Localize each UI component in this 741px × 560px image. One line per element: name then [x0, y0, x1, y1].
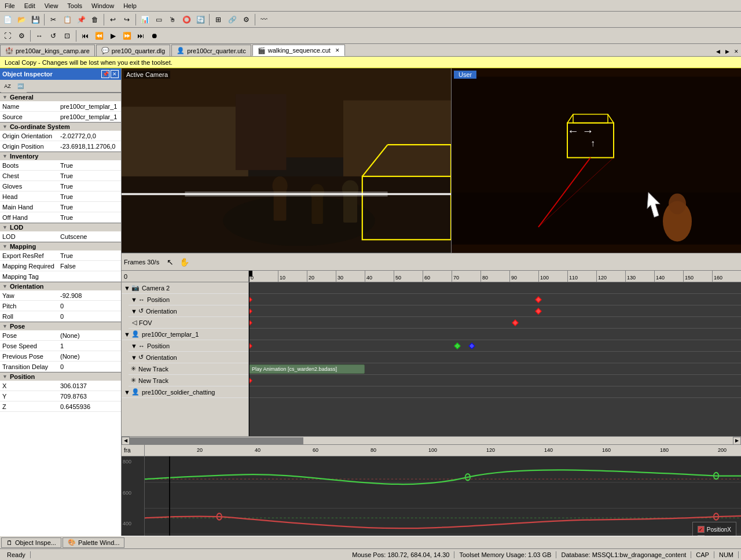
tab-walking-sequence[interactable]: 🎬 walking_sequence.cut ✕: [252, 45, 345, 56]
tab-nav-right[interactable]: ▶: [722, 47, 732, 56]
tab-close-icon[interactable]: ✕: [335, 47, 340, 53]
prop-lod-value[interactable]: Cutscene: [58, 231, 121, 241]
prop-prev-pose-value[interactable]: (None): [58, 351, 121, 361]
rotate-btn[interactable]: 🔄: [194, 13, 207, 26]
anim-block-1[interactable]: Play Animation [cs_warden2.badass]: [249, 364, 365, 374]
panel-pin[interactable]: 📌: [101, 70, 109, 78]
tab-quarter-utc[interactable]: 👤 pre100cr_quarter.utc: [171, 45, 251, 56]
ruler-marks[interactable]: 0 10 20 30 40 50 60 70 80 90 100 110 120…: [249, 271, 741, 282]
play-tools-1[interactable]: ⛶: [1, 30, 14, 42]
chart-btn[interactable]: 📊: [138, 13, 151, 26]
prop-trans-delay-value[interactable]: 0: [58, 362, 121, 371]
prop-name-value[interactable]: pre100cr_templar_1: [58, 101, 121, 111]
tab-kings-camp[interactable]: 🏰 pre100ar_kings_camp.are: [0, 45, 95, 56]
panel-close[interactable]: ✕: [111, 70, 119, 78]
rotate-tool[interactable]: ↺: [47, 30, 60, 42]
prop-x-value[interactable]: 306.0137: [58, 381, 121, 390]
prop-gloves-value[interactable]: True: [58, 181, 121, 191]
inspector-sort-name[interactable]: AZ: [1, 80, 14, 93]
menu-view[interactable]: View: [40, 1, 63, 10]
prop-yaw-value[interactable]: -92.908: [58, 290, 121, 300]
kf-cam-fov-92[interactable]: [512, 319, 518, 326]
track-tpos-expand[interactable]: ▼: [131, 342, 137, 349]
track-camera2[interactable]: ▼ 📷 Camera 2: [122, 282, 248, 294]
hand-tool[interactable]: ✋: [178, 256, 190, 268]
kf-cam-or-100[interactable]: [535, 308, 541, 314]
track-torient-expand[interactable]: ▼: [131, 354, 137, 361]
prop-source-value[interactable]: pre100cr_templar_1: [58, 112, 121, 121]
viewport-active[interactable]: Active Camera: [122, 68, 452, 253]
section-coordinate-expand[interactable]: ▼: [2, 124, 8, 130]
prop-offhand-value[interactable]: True: [58, 212, 121, 222]
kf-cam-pos-100[interactable]: [535, 296, 541, 303]
scroll-left-btn[interactable]: ◀: [122, 437, 130, 445]
prop-y-value[interactable]: 709.8763: [58, 391, 121, 401]
track-new-track-1[interactable]: ✳ New Track: [129, 363, 248, 375]
cut-btn[interactable]: ✂: [47, 13, 60, 26]
inspector-sort-type[interactable]: 🔤: [14, 80, 27, 93]
track-templar-position[interactable]: ▼ ↔ Position: [129, 340, 248, 352]
taskbar-object-inspector[interactable]: 🗒 Object Inspe...: [1, 537, 61, 548]
track-camera-orientation[interactable]: ▼ ↺ Orientation: [129, 305, 248, 317]
track-soldier[interactable]: ▼ 👤 pre100cr_soldier_chatting: [122, 386, 248, 398]
paste-btn[interactable]: 📌: [75, 13, 87, 26]
track-camera-fov[interactable]: ◁ FOV: [129, 317, 248, 329]
menu-edit[interactable]: Edit: [20, 1, 40, 10]
prop-mainhand-value[interactable]: True: [58, 202, 121, 212]
grid-btn[interactable]: ⊞: [212, 13, 225, 26]
delete-btn[interactable]: 🗑: [89, 13, 101, 26]
move-tool[interactable]: ↔: [33, 30, 46, 42]
prop-origin-orient-value[interactable]: -2.02772,0,0: [58, 131, 121, 141]
new-btn[interactable]: 📄: [1, 13, 14, 26]
track-templar-expand[interactable]: ▼: [124, 331, 130, 338]
section-orientation-expand[interactable]: ▼: [2, 283, 8, 289]
playhead[interactable]: [249, 271, 250, 282]
menu-file[interactable]: File: [0, 1, 20, 10]
prop-mapping-req-value[interactable]: False: [58, 261, 121, 271]
prop-z-value[interactable]: 0.6455936: [58, 401, 121, 411]
select-tool[interactable]: ↖: [164, 256, 177, 268]
taskbar-palette-window[interactable]: 🎨 Palette Wind...: [63, 537, 125, 548]
wave-btn[interactable]: 〰: [258, 13, 270, 26]
prop-pitch-value[interactable]: 0: [58, 301, 121, 311]
track-camera-position[interactable]: ▼ ↔ Position: [129, 294, 248, 305]
circle-btn[interactable]: ⭕: [180, 13, 193, 26]
record-btn[interactable]: ⏺: [148, 30, 161, 42]
forward-btn[interactable]: ⏭: [134, 30, 147, 42]
filter-btn[interactable]: ⚙: [240, 13, 252, 26]
section-lod-expand[interactable]: ▼: [2, 224, 8, 230]
scale-tool[interactable]: ⊡: [61, 30, 74, 42]
menu-tools[interactable]: Tools: [63, 1, 87, 10]
track-templar-orientation[interactable]: ▼ ↺ Orientation: [129, 352, 248, 363]
section-mapping-expand[interactable]: ▼: [2, 244, 8, 249]
kf-t-pos-72[interactable]: [454, 342, 460, 349]
menu-help[interactable]: Help: [119, 1, 141, 10]
prop-roll-value[interactable]: 0: [58, 311, 121, 321]
tab-quarter-dlg[interactable]: 💬 pre100_quarter.dlg: [96, 45, 170, 56]
scroll-thumb-h[interactable]: [130, 437, 303, 444]
section-position-expand[interactable]: ▼: [2, 374, 8, 380]
prop-mapping-tag-value[interactable]: [58, 271, 121, 281]
keyframes-col[interactable]: Play Animation [cs_warden2.badass]: [249, 282, 741, 436]
scroll-right-btn[interactable]: ▶: [733, 437, 741, 445]
scroll-track-h[interactable]: [130, 437, 733, 445]
track-camera2-expand[interactable]: ▼: [124, 285, 130, 292]
redo-btn[interactable]: ↪: [120, 13, 133, 26]
track-soldier-expand[interactable]: ▼: [124, 389, 130, 396]
prop-chest-value[interactable]: True: [58, 171, 121, 180]
prop-pose-speed-value[interactable]: 1: [58, 341, 121, 351]
prop-boots-value[interactable]: True: [58, 160, 121, 170]
section-pose-expand[interactable]: ▼: [2, 323, 8, 329]
prop-head-value[interactable]: True: [58, 191, 121, 201]
undo-btn[interactable]: ↩: [107, 13, 119, 26]
cursor-btn[interactable]: 🖱: [166, 13, 179, 26]
copy-btn[interactable]: 📋: [61, 13, 74, 26]
tab-close-btn[interactable]: ✕: [732, 47, 741, 56]
save-btn[interactable]: 💾: [29, 13, 42, 26]
open-btn[interactable]: 📂: [15, 13, 28, 26]
section-inventory-expand[interactable]: ▼: [2, 153, 8, 159]
play-tools-2[interactable]: ⚙: [15, 30, 28, 42]
viewport-user[interactable]: User ← → ↑: [452, 68, 741, 253]
legend-x-checkbox[interactable]: ✓: [698, 526, 705, 533]
menu-window[interactable]: Window: [87, 1, 119, 10]
